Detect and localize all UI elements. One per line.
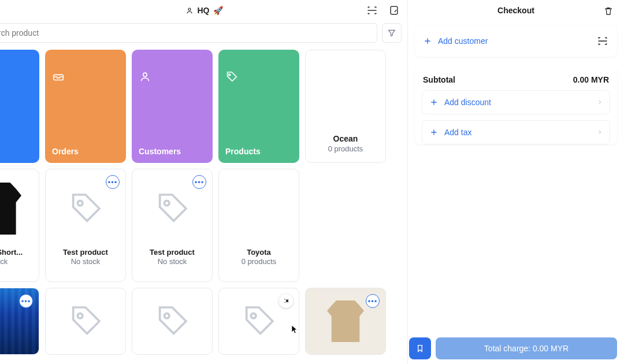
- scan-customer-button[interactable]: [596, 35, 609, 47]
- product-tile[interactable]: [45, 288, 126, 355]
- checkout-body: Add customer Subtotal 0.00 MYR Add disco…: [408, 21, 624, 364]
- svg-point-10: [164, 313, 169, 318]
- product-title: Test product: [132, 248, 212, 257]
- category-label: items: [0, 147, 32, 156]
- trash-icon: [603, 6, 614, 16]
- product-image: [219, 169, 299, 248]
- plus-icon: [423, 36, 432, 46]
- totals-card: Subtotal 0.00 MYR Add discount Add tax: [415, 67, 617, 144]
- product-subtitle: No stock: [71, 257, 101, 266]
- collection-tile-ocean[interactable]: Ocean 0 products: [305, 50, 386, 163]
- note-icon: [388, 5, 400, 16]
- rocket-icon: 🚀: [213, 6, 223, 15]
- category-tile-customers[interactable]: Customers: [132, 50, 213, 163]
- category-tile-products[interactable]: Products: [218, 50, 299, 163]
- svg-point-7: [77, 200, 83, 206]
- product-tile[interactable]: ••• Test product No stock: [45, 169, 126, 282]
- product-subtitle: stock: [0, 257, 8, 266]
- tag-placeholder-icon: [154, 303, 191, 340]
- product-tile[interactable]: Toyota 0 products: [218, 169, 299, 282]
- tag-placeholder-icon: [240, 303, 277, 340]
- filter-icon: [387, 28, 396, 38]
- checkout-footer: Total charge: 0.00 MYR: [409, 337, 617, 359]
- tag-icon: [225, 70, 238, 83]
- user-pin-icon: [185, 6, 194, 15]
- search-input[interactable]: [0, 23, 377, 43]
- category-tile-items[interactable]: items: [0, 50, 39, 163]
- bookmark-icon: [415, 344, 425, 353]
- more-button[interactable]: •••: [366, 294, 380, 308]
- inbox-icon: [52, 70, 65, 83]
- product-title: Test product: [46, 248, 125, 257]
- charge-label: Total charge: 0.00 MYR: [484, 344, 569, 353]
- store-selector[interactable]: HQ 🚀: [185, 6, 223, 15]
- add-customer-button[interactable]: Add customer: [415, 25, 617, 57]
- svg-point-9: [77, 313, 83, 318]
- tag-placeholder-icon: [154, 190, 191, 227]
- more-button[interactable]: •••: [192, 175, 206, 189]
- svg-point-8: [164, 200, 169, 206]
- save-cart-button[interactable]: [409, 337, 431, 359]
- product-image: [46, 288, 125, 354]
- barcode-scan-button[interactable]: [366, 4, 378, 17]
- topbar-left: HQ 🚀: [0, 0, 407, 21]
- checkout-title: Checkout: [497, 6, 534, 15]
- barcode-icon: [597, 35, 608, 47]
- product-tile[interactable]: •••: [305, 288, 386, 355]
- tag-placeholder-icon: [67, 303, 104, 340]
- more-button[interactable]: •••: [19, 294, 33, 308]
- add-tax-button[interactable]: Add tax: [422, 120, 610, 144]
- product-row: aphic Short... stock ••• Test product No…: [0, 169, 402, 282]
- subtotal-label: Subtotal: [423, 75, 455, 84]
- collection-title: Ocean: [333, 134, 358, 143]
- svg-point-11: [251, 313, 256, 318]
- product-title: Toyota: [219, 248, 299, 257]
- product-subtitle: No stock: [158, 257, 187, 266]
- note-button[interactable]: [388, 4, 400, 17]
- plus-icon: [429, 128, 439, 137]
- product-tile[interactable]: ••• Test product No stock: [132, 169, 213, 282]
- subtotal-row: Subtotal 0.00 MYR: [415, 67, 617, 90]
- product-subtitle: 0 products: [242, 257, 277, 266]
- product-title: aphic Short...: [0, 248, 39, 257]
- svg-rect-4: [54, 75, 64, 80]
- plus-icon: [429, 98, 439, 107]
- pin-button[interactable]: [279, 294, 293, 308]
- store-label: HQ: [198, 6, 210, 15]
- clear-cart-button[interactable]: [602, 5, 615, 17]
- product-tile[interactable]: aphic Short... stock: [0, 169, 39, 282]
- collection-subtitle: 0 products: [328, 144, 363, 153]
- product-image: [132, 288, 212, 354]
- more-button[interactable]: •••: [106, 175, 120, 189]
- add-tax-label: Add tax: [444, 128, 471, 137]
- svg-point-5: [143, 73, 147, 76]
- tag-placeholder-icon: [67, 190, 104, 227]
- chevron-right-icon: [597, 128, 603, 136]
- add-discount-label: Add discount: [444, 98, 491, 107]
- barcode-icon: [366, 5, 378, 16]
- search-row: [0, 21, 407, 47]
- customer-card: Add customer: [415, 25, 617, 57]
- chevron-right-icon: [597, 98, 603, 106]
- filter-button[interactable]: [382, 23, 402, 43]
- product-tile[interactable]: •••: [0, 288, 39, 355]
- product-tile[interactable]: [132, 288, 213, 355]
- svg-point-6: [229, 74, 231, 76]
- product-tile[interactable]: [218, 288, 299, 355]
- charge-button[interactable]: Total charge: 0.00 MYR: [436, 337, 617, 359]
- category-label: Customers: [139, 147, 206, 156]
- user-icon: [139, 70, 151, 83]
- product-grid[interactable]: items Orders Customers Products Ocean 0 …: [0, 47, 407, 364]
- product-image: [0, 169, 39, 248]
- product-row: •••: [0, 288, 402, 355]
- checkout-header: Checkout: [408, 0, 624, 21]
- add-customer-label: Add customer: [438, 36, 488, 46]
- pin-icon: [283, 298, 289, 304]
- category-label: Products: [225, 147, 292, 156]
- category-label: Orders: [52, 147, 119, 156]
- category-row: items Orders Customers Products Ocean 0 …: [0, 50, 402, 163]
- svg-point-0: [188, 8, 191, 10]
- add-discount-button[interactable]: Add discount: [422, 90, 610, 114]
- subtotal-value: 0.00 MYR: [573, 75, 609, 84]
- category-tile-orders[interactable]: Orders: [45, 50, 126, 163]
